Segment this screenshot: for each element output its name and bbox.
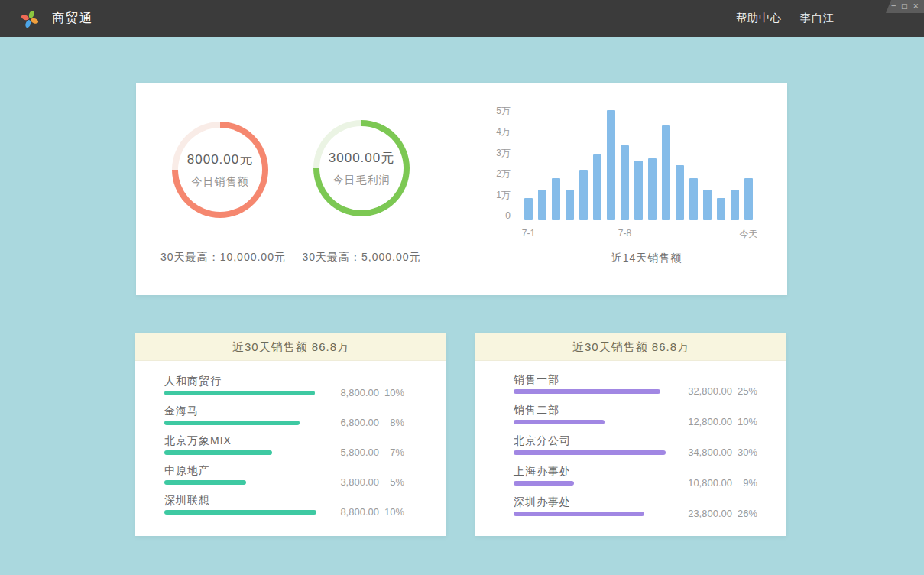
daily-sales-bar bbox=[621, 145, 629, 220]
titlebar-nav: 帮助中心 李白江 bbox=[736, 0, 835, 37]
rank-item-amount: 5,800.00 bbox=[326, 447, 379, 458]
profit-30d-high-note: 30天最高：5,000.00元 bbox=[302, 251, 420, 265]
daily-sales-bar bbox=[689, 178, 698, 220]
daily-sales-bar bbox=[648, 158, 657, 220]
daily-sales-bar bbox=[607, 110, 615, 220]
rank-row: 北京万象MIX5,800.007% bbox=[164, 434, 404, 455]
app-title: 商贸通 bbox=[52, 11, 93, 27]
department-rank-title: 近30天销售额 86.8万 bbox=[475, 333, 786, 361]
daily-sales-bar bbox=[538, 190, 546, 220]
department-rank-list: 销售一部32,800.0025%销售二部12,800.0010%北京分公司34,… bbox=[475, 361, 786, 516]
daily-sales-bar bbox=[579, 170, 588, 220]
daily-sales-bar bbox=[703, 190, 712, 220]
app-logo-pinwheel-icon bbox=[20, 8, 40, 28]
rank-item-values: 23,800.0026% bbox=[679, 508, 757, 519]
today-sales-value: 8000.00元 bbox=[187, 151, 253, 168]
close-button[interactable]: ✕ bbox=[913, 3, 919, 10]
rank-item-bar bbox=[164, 510, 316, 515]
rank-row: 深圳联想8,800.0010% bbox=[164, 493, 404, 515]
titlebar: 商贸通 帮助中心 李白江 ─ □ ✕ bbox=[0, 0, 924, 37]
rank-item-bar bbox=[514, 481, 574, 486]
rank-item-percent: 8% bbox=[379, 417, 404, 428]
today-sales-label: 今日销售额 bbox=[192, 175, 249, 189]
y-axis-tick-label: 4万 bbox=[472, 125, 511, 138]
sales-30d-high-note: 30天最高：10,000.00元 bbox=[160, 251, 286, 265]
rank-item-amount: 34,800.00 bbox=[679, 447, 732, 458]
rank-item-amount: 12,800.00 bbox=[679, 416, 732, 427]
x-axis-tick-label: 今天 bbox=[740, 228, 758, 241]
rank-item-bar bbox=[164, 450, 272, 455]
window-controls: ─ □ ✕ bbox=[883, 0, 924, 13]
rank-item-amount: 23,800.00 bbox=[679, 508, 732, 519]
rank-item-amount: 3,800.00 bbox=[326, 476, 379, 488]
maximize-button[interactable]: □ bbox=[901, 3, 908, 10]
rank-item-values: 32,800.0025% bbox=[679, 385, 757, 397]
daily-sales-bar bbox=[593, 154, 601, 220]
user-name-menu[interactable]: 李白江 bbox=[800, 11, 835, 25]
daily-sales-bar bbox=[524, 198, 533, 220]
rank-item-bar bbox=[514, 512, 644, 516]
overview-card: 8000.00元 今日销售额 30天最高：10,000.00元 3000.00元… bbox=[136, 83, 787, 295]
customer-rank-list: 人和商贸行8,800.0010%金海马6,800.008%北京万象MIX5,80… bbox=[135, 361, 446, 515]
rank-item-amount: 6,800.00 bbox=[326, 417, 379, 428]
y-axis-tick-label: 5万 bbox=[472, 105, 511, 117]
today-profit-label: 今日毛利润 bbox=[333, 174, 391, 187]
rank-item-values: 6,800.008% bbox=[326, 417, 404, 428]
bar-chart-caption: 近14天销售额 bbox=[611, 252, 682, 265]
rank-row: 中原地产3,800.005% bbox=[164, 463, 404, 485]
rank-row: 金海马6,800.008% bbox=[164, 404, 404, 425]
rank-item-percent: 9% bbox=[732, 477, 757, 489]
daily-sales-bar bbox=[662, 125, 670, 220]
rank-item-values: 10,800.009% bbox=[679, 477, 757, 489]
customer-rank-title: 近30天销售额 86.8万 bbox=[135, 333, 446, 361]
rank-item-values: 8,800.0010% bbox=[326, 387, 404, 398]
x-axis-tick-label: 7-8 bbox=[618, 228, 631, 239]
daily-sales-bar bbox=[731, 190, 739, 220]
rank-row: 销售二部12,800.0010% bbox=[514, 403, 757, 424]
bar-series bbox=[524, 110, 754, 220]
y-axis-tick-label: 1万 bbox=[472, 189, 511, 201]
rank-item-values: 34,800.0030% bbox=[679, 447, 757, 458]
x-axis-tick-label: 7-1 bbox=[522, 228, 535, 239]
today-profit-gauge-ring: 3000.00元 今日毛利润 bbox=[313, 120, 410, 216]
rank-item-percent: 26% bbox=[732, 508, 757, 519]
y-axis-tick-label: 0 bbox=[472, 210, 511, 222]
rank-item-percent: 25% bbox=[732, 385, 757, 397]
rank-item-amount: 8,800.00 bbox=[326, 387, 379, 398]
rank-item-values: 3,800.005% bbox=[326, 476, 404, 488]
rank-item-bar bbox=[514, 420, 605, 424]
rank-row: 人和商贸行8,800.0010% bbox=[164, 374, 404, 395]
rank-item-amount: 32,800.00 bbox=[679, 385, 732, 397]
rank-item-bar bbox=[164, 421, 300, 425]
rank-row: 深圳办事处23,800.0026% bbox=[514, 495, 757, 516]
rank-row: 销售一部32,800.0025% bbox=[514, 372, 757, 394]
minimize-button[interactable]: ─ bbox=[892, 3, 896, 10]
daily-sales-bar bbox=[676, 165, 684, 220]
rank-item-values: 8,800.0010% bbox=[326, 506, 404, 518]
rank-item-bar bbox=[514, 389, 660, 394]
rank-item-values: 12,800.0010% bbox=[679, 416, 757, 427]
help-center-link[interactable]: 帮助中心 bbox=[736, 11, 782, 25]
daily-sales-bar bbox=[717, 198, 725, 220]
y-axis-tick-label: 2万 bbox=[472, 167, 511, 180]
rank-item-amount: 10,800.00 bbox=[679, 477, 732, 489]
rank-item-percent: 10% bbox=[379, 506, 404, 518]
rank-item-percent: 30% bbox=[732, 447, 757, 458]
rank-item-bar bbox=[164, 480, 246, 485]
brand: 商贸通 bbox=[20, 8, 93, 28]
rank-item-percent: 10% bbox=[732, 416, 757, 427]
rank-item-percent: 7% bbox=[379, 447, 404, 458]
rank-item-values: 5,800.007% bbox=[326, 447, 404, 458]
daily-sales-bar bbox=[634, 161, 643, 220]
daily-sales-bar bbox=[566, 190, 574, 220]
rank-item-bar bbox=[164, 391, 315, 395]
rank-item-percent: 5% bbox=[379, 476, 404, 488]
department-rank-card: 近30天销售额 86.8万 销售一部32,800.0025%销售二部12,800… bbox=[475, 333, 786, 536]
daily-sales-bar bbox=[552, 178, 560, 220]
rank-row: 上海办事处10,800.009% bbox=[514, 464, 757, 486]
daily-sales-bar bbox=[744, 178, 753, 220]
rank-item-bar bbox=[514, 450, 666, 455]
today-profit-gauge-center: 3000.00元 今日毛利润 bbox=[319, 126, 404, 210]
rank-item-amount: 8,800.00 bbox=[326, 506, 379, 518]
rank-row: 北京分公司34,800.0030% bbox=[514, 434, 757, 455]
